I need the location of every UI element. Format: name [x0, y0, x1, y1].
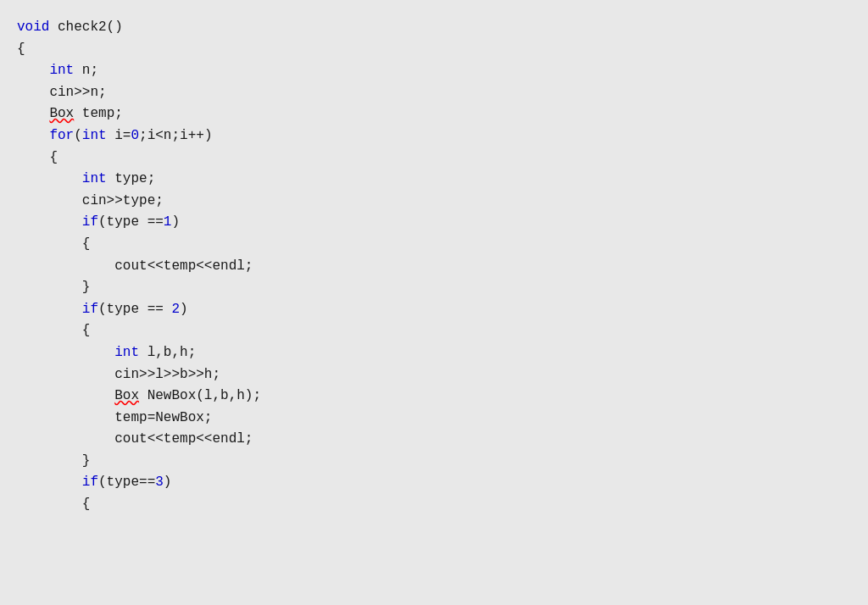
- code-line: }: [17, 277, 851, 299]
- token: 3: [155, 475, 164, 490]
- code-line: {: [17, 147, 851, 169]
- token: int: [49, 63, 74, 78]
- indent: [17, 150, 49, 165]
- token: 1: [164, 214, 172, 230]
- token: n;: [74, 63, 98, 78]
- code-line: Box temp;: [17, 103, 851, 125]
- token: {: [82, 323, 91, 338]
- indent: [17, 193, 82, 208]
- indent: [17, 85, 49, 100]
- code-line: if(type==3): [17, 472, 851, 494]
- indent: [17, 367, 114, 382]
- token: if: [82, 475, 98, 490]
- code-line: {: [17, 320, 851, 342]
- indent: [17, 214, 82, 230]
- code-line: if(type == 2): [17, 299, 851, 321]
- indent: [17, 63, 49, 78]
- token: int: [82, 128, 107, 143]
- code-line: for(int i=0;i<n;i++): [17, 125, 851, 147]
- token: temp;: [74, 106, 123, 121]
- token: NewBox(l,b,h);: [139, 388, 261, 403]
- code-line: cin>>l>>b>>h;: [17, 364, 851, 386]
- code-line: {: [17, 494, 851, 516]
- token: Box: [49, 106, 74, 121]
- token: for: [49, 128, 74, 143]
- token: (type ==: [98, 302, 171, 317]
- code-line: if(type ==1): [17, 212, 851, 234]
- token: cout<<temp<<endl;: [114, 431, 253, 447]
- indent: [17, 280, 82, 295]
- indent: [17, 171, 82, 186]
- code-line: void check2(): [17, 17, 851, 39]
- indent: [17, 302, 82, 317]
- indent: [17, 323, 82, 338]
- token: int: [82, 171, 107, 186]
- token: cin>>l>>b>>h;: [114, 367, 220, 382]
- token: ): [164, 475, 172, 490]
- code-line: }: [17, 451, 851, 473]
- token: if: [82, 214, 98, 230]
- code-line: Box NewBox(l,b,h);: [17, 386, 851, 408]
- token: int: [114, 345, 139, 360]
- code-container: void check2(){ int n; cin>>n; Box temp; …: [17, 8, 851, 525]
- token: temp=NewBox;: [114, 410, 212, 425]
- indent: [17, 410, 114, 425]
- code-line: temp=NewBox;: [17, 408, 851, 430]
- token: if: [82, 302, 98, 317]
- token: ;i<n;i++): [139, 128, 212, 143]
- token: type;: [107, 171, 156, 186]
- token: ): [171, 214, 180, 230]
- code-line: int n;: [17, 60, 851, 82]
- code-line: {: [17, 234, 851, 256]
- indent: [17, 128, 49, 143]
- indent: [17, 475, 82, 490]
- token: }: [82, 280, 91, 295]
- code-line: cout<<temp<<endl;: [17, 429, 851, 451]
- code-line: cin>>n;: [17, 82, 851, 104]
- indent: [17, 453, 82, 469]
- token: (type==: [98, 475, 155, 490]
- token: cin>>type;: [82, 193, 164, 208]
- indent: [17, 258, 114, 274]
- token: {: [49, 150, 58, 165]
- indent: [17, 236, 82, 252]
- token: {: [82, 236, 91, 252]
- token: 2: [171, 302, 180, 317]
- token: check2(): [49, 19, 122, 35]
- code-line: int type;: [17, 169, 851, 191]
- token: ): [180, 302, 188, 317]
- code-line: cout<<temp<<endl;: [17, 256, 851, 278]
- token: {: [82, 497, 91, 512]
- token: cin>>n;: [49, 85, 106, 100]
- token: void: [17, 19, 49, 35]
- token: (type ==: [98, 214, 164, 230]
- token: l,b,h;: [139, 345, 196, 360]
- token: cout<<temp<<endl;: [114, 258, 253, 274]
- code-line: {: [17, 39, 851, 61]
- code-line: int l,b,h;: [17, 342, 851, 364]
- token: 0: [131, 128, 139, 143]
- indent: [17, 345, 114, 360]
- token: i=: [107, 128, 131, 143]
- indent: [17, 106, 49, 121]
- token: {: [17, 42, 25, 57]
- token: Box: [114, 388, 139, 403]
- indent: [17, 431, 114, 447]
- indent: [17, 388, 114, 403]
- token: (: [74, 128, 82, 143]
- indent: [17, 497, 82, 512]
- token: }: [82, 453, 91, 469]
- code-line: cin>>type;: [17, 191, 851, 213]
